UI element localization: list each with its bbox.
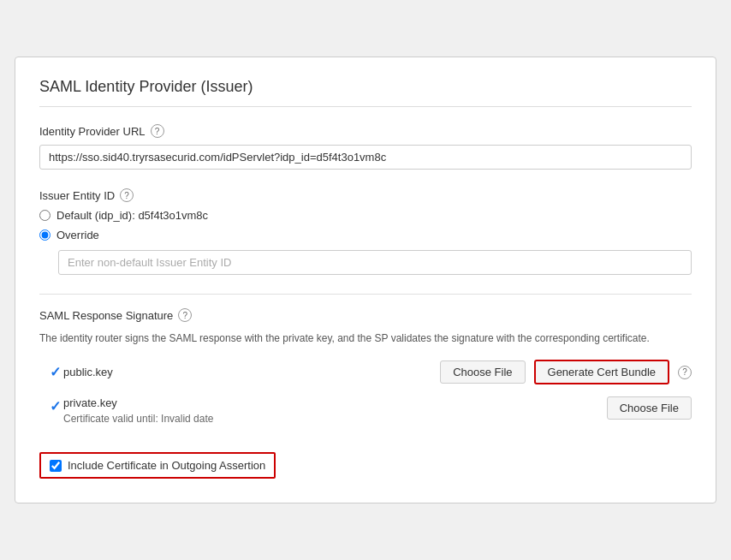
include-cert-wrapper[interactable]: Include Certificate in Outgoing Assertio… [39, 452, 276, 479]
saml-panel: SAML Identity Provider (Issuer) Identity… [15, 57, 716, 503]
saml-response-signature-help-icon[interactable]: ? [178, 308, 192, 322]
identity-provider-url-group: Identity Provider URL ? [39, 124, 692, 170]
override-input-wrapper [39, 250, 692, 275]
section-divider [39, 294, 692, 295]
issuer-override-radio[interactable] [39, 229, 51, 241]
label-text: Issuer Entity ID [39, 189, 115, 202]
identity-provider-url-label: Identity Provider URL ? [39, 124, 692, 138]
saml-signature-description: The identity router signs the SAML respo… [39, 331, 692, 346]
include-cert-checkbox[interactable] [50, 460, 62, 472]
issuer-entity-id-group: Issuer Entity ID ? Default (idp_id): d5f… [39, 188, 692, 275]
include-cert-label: Include Certificate in Outgoing Assertio… [68, 459, 265, 472]
private-key-check-icon: ✓ [46, 398, 63, 414]
private-key-row: ✓ private.key Certificate valid until: I… [39, 396, 692, 425]
public-key-filename: public.key [63, 366, 140, 378]
issuer-entity-radio-group: Default (idp_id): d5f4t3o1vm8c Override [39, 209, 692, 241]
issuer-default-option[interactable]: Default (idp_id): d5f4t3o1vm8c [39, 209, 692, 222]
saml-response-signature-label: SAML Response Signature ? [39, 308, 692, 322]
override-entity-id-input[interactable] [58, 250, 692, 275]
private-key-choose-file-button[interactable]: Choose File [607, 396, 692, 420]
issuer-override-label: Override [56, 229, 99, 241]
label-text: Identity Provider URL [39, 125, 146, 138]
issuer-override-option[interactable]: Override [39, 229, 692, 241]
private-key-actions: Choose File [607, 396, 692, 420]
private-key-filename: private.key [63, 396, 213, 409]
label-text: SAML Response Signature [39, 309, 173, 322]
generate-cert-help-icon[interactable]: ? [678, 366, 692, 379]
issuer-default-radio[interactable] [39, 210, 51, 221]
public-key-row: ✓ public.key Choose File Generate Cert B… [39, 360, 692, 384]
public-key-choose-file-button[interactable]: Choose File [440, 360, 525, 384]
generate-cert-bundle-button[interactable]: Generate Cert Bundle [534, 360, 669, 384]
identity-provider-url-input[interactable] [39, 145, 692, 170]
public-key-actions: Choose File Generate Cert Bundle ? [440, 360, 692, 384]
panel-title: SAML Identity Provider (Issuer) [39, 78, 692, 107]
identity-provider-url-help-icon[interactable]: ? [151, 124, 164, 138]
cert-valid-text: Certificate valid until: Invalid date [63, 413, 213, 425]
public-key-check-icon: ✓ [46, 364, 63, 380]
saml-response-signature-group: SAML Response Signature ? The identity r… [39, 308, 692, 425]
issuer-entity-id-label: Issuer Entity ID ? [39, 188, 692, 202]
issuer-entity-id-help-icon[interactable]: ? [120, 188, 134, 202]
issuer-default-label: Default (idp_id): d5f4t3o1vm8c [56, 209, 208, 222]
